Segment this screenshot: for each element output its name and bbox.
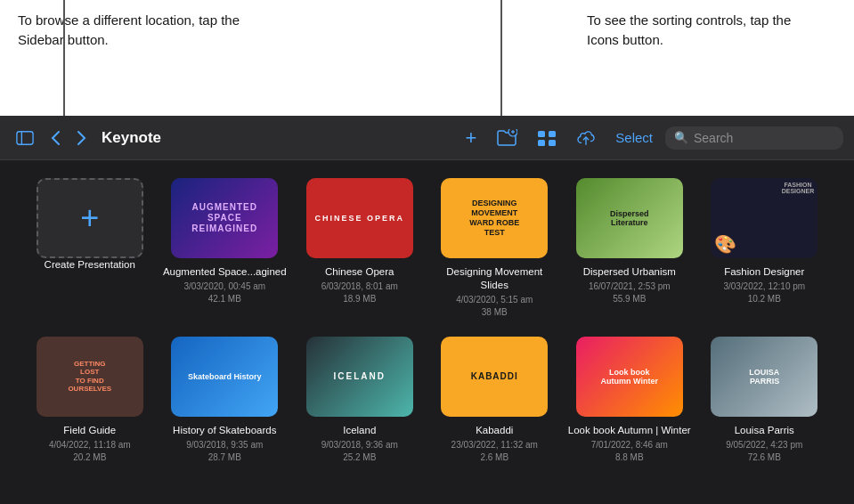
file-item[interactable]: GETTINGLOSTTO FINDOURSELVES Field Guide …	[27, 337, 153, 464]
annotation-area: To browse a different location, tap the …	[0, 0, 854, 116]
svg-rect-5	[538, 131, 545, 137]
file-item[interactable]: KABADDI Kabaddi 23/03/2022, 11:32 am2.6 …	[432, 337, 558, 464]
sidebar-button[interactable]	[11, 126, 39, 150]
file-size: 20.2 MB	[73, 451, 106, 464]
file-date: 3/03/2022, 12:10 pm	[723, 280, 805, 293]
toolbar: Keynote + Select 🔍	[0, 116, 854, 160]
file-date: 3/03/2020, 00:45 am	[183, 280, 265, 293]
annotation-right: To see the sorting controls, tap the Ico…	[587, 11, 818, 50]
back-button[interactable]	[45, 126, 66, 150]
file-size: 18.9 MB	[343, 293, 376, 305]
file-name: Augmented Space...agined	[163, 265, 287, 279]
file-size: 8.8 MB	[615, 451, 644, 464]
file-name: History of Skateboards	[173, 424, 276, 437]
file-size: 10.2 MB	[748, 293, 781, 305]
page-title: Keynote	[102, 129, 161, 147]
annotation-left: To browse a different location, tap the …	[18, 11, 285, 50]
file-date: 4/04/2022, 11:18 am	[49, 439, 131, 451]
file-item[interactable]: LOUISAPARRIS Louisa Parris 9/05/2022, 4:…	[702, 337, 828, 464]
file-size: 38 MB	[482, 306, 508, 319]
file-size: 42.1 MB	[208, 293, 241, 305]
file-name: Kabaddi	[476, 424, 513, 437]
file-date: 16/07/2021, 2:53 pm	[589, 280, 671, 293]
file-date: 9/03/2018, 9:35 am	[186, 439, 263, 451]
search-icon: 🔍	[674, 131, 688, 144]
add-button[interactable]: +	[458, 123, 484, 153]
forward-button[interactable]	[71, 126, 93, 150]
file-name: Chinese Opera	[325, 265, 394, 279]
file-date: 9/03/2018, 9:36 am	[321, 439, 398, 451]
file-date: 9/05/2022, 4:23 pm	[726, 439, 802, 451]
file-grid-container: + Create Presentation AUGMENTEDSPACEREIM…	[0, 160, 854, 504]
file-name: Create Presentation	[45, 258, 135, 272]
file-name: Look book Autumn | Winter	[568, 424, 691, 437]
file-size: 28.7 MB	[208, 451, 241, 464]
file-size: 72.6 MB	[748, 451, 781, 464]
file-item[interactable]: Skateboard History History of Skateboard…	[162, 337, 289, 464]
file-item[interactable]: FASHIONDESIGNER🎨 Fashion Designer 3/03/2…	[702, 178, 828, 319]
search-input[interactable]	[694, 131, 834, 145]
file-item[interactable]: AUGMENTEDSPACEREIMAGINED Augmented Space…	[162, 178, 289, 319]
create-thumb[interactable]: +	[37, 178, 143, 258]
file-item[interactable]: DispersedLiterature Dispersed Urbanism 1…	[566, 178, 693, 319]
file-item[interactable]: + Create Presentation	[27, 178, 153, 319]
file-size: 2.6 MB	[480, 451, 508, 464]
select-button[interactable]: Select	[608, 126, 660, 149]
svg-rect-6	[549, 131, 556, 137]
annotation-line-right	[500, 0, 502, 116]
file-item[interactable]: ICELAND Iceland 9/03/2018, 9:36 am25.2 M…	[297, 337, 423, 464]
svg-rect-0	[17, 131, 33, 144]
file-date: 23/03/2022, 11:32 am	[451, 439, 538, 451]
icons-view-button[interactable]	[530, 126, 564, 150]
file-name: Field Guide	[63, 424, 116, 437]
new-folder-button[interactable]	[489, 126, 525, 150]
file-date: 7/01/2022, 8:46 am	[591, 439, 668, 451]
file-item[interactable]: DESIGNINGMOVEMENTWARD ROBETEST Designing…	[432, 178, 558, 319]
file-name: Iceland	[343, 424, 376, 437]
file-name: Louisa Parris	[735, 424, 794, 437]
file-date: 6/03/2018, 8:01 am	[321, 280, 398, 293]
file-item[interactable]: Look bookAutumn Winter Look book Autumn …	[566, 337, 693, 464]
icloud-button[interactable]	[569, 126, 603, 150]
file-size: 55.9 MB	[613, 293, 646, 305]
file-item[interactable]: CHINESE OPERA Chinese Opera 6/03/2018, 8…	[297, 178, 423, 319]
file-name: Fashion Designer	[724, 265, 804, 279]
file-grid: + Create Presentation AUGMENTEDSPACEREIM…	[27, 178, 827, 464]
annotation-line-left	[63, 0, 65, 116]
file-size: 25.2 MB	[343, 451, 376, 464]
file-date: 4/03/2020, 5:15 am	[456, 294, 533, 306]
search-bar: 🔍	[665, 126, 843, 150]
file-name: Designing Movement Slides	[432, 265, 558, 292]
svg-rect-8	[549, 140, 556, 146]
svg-rect-7	[538, 140, 545, 146]
file-name: Dispersed Urbanism	[583, 265, 676, 279]
